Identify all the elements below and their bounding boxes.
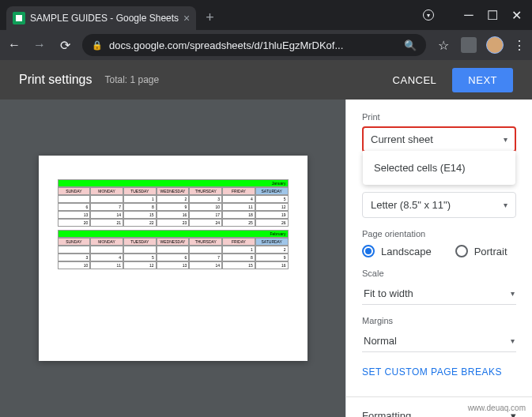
margins-dropdown[interactable]: Normal ▾ bbox=[362, 330, 516, 352]
window-titlebar: SAMPLE GUIDES - Google Sheets × + ─ ☐ ✕ bbox=[0, 0, 532, 30]
print-sidebar: Print Current sheet ▾ Selected cells (E1… bbox=[345, 100, 532, 417]
paper-size-dropdown[interactable]: Letter (8.5" x 11") ▾ bbox=[362, 192, 516, 218]
browser-toolbar: ← → ⟳ 🔒 docs.google.com/spreadsheets/d/1… bbox=[0, 30, 532, 60]
forward-button[interactable]: → bbox=[32, 38, 47, 52]
extension-icon[interactable] bbox=[461, 37, 477, 53]
radio-icon bbox=[362, 245, 375, 257]
profile-avatar[interactable] bbox=[486, 36, 504, 54]
next-button[interactable]: NEXT bbox=[452, 68, 513, 92]
back-button[interactable]: ← bbox=[6, 38, 22, 52]
chevron-down-icon: ▾ bbox=[504, 135, 507, 144]
divider bbox=[346, 396, 532, 397]
browser-tab[interactable]: SAMPLE GUIDES - Google Sheets × bbox=[6, 6, 196, 30]
print-range-dropdown[interactable]: Current sheet ▾ Selected cells (E14) bbox=[362, 126, 516, 152]
sheets-favicon-icon bbox=[13, 12, 25, 24]
scale-label: Scale bbox=[362, 269, 516, 278]
cancel-button[interactable]: CANCEL bbox=[393, 74, 437, 86]
print-preview-area: January SUNDAY MONDAY TUESDAY WEDNESDAY … bbox=[0, 100, 345, 417]
star-bookmark-icon[interactable]: ☆ bbox=[436, 38, 451, 53]
scale-dropdown[interactable]: Fit to width ▾ bbox=[362, 283, 516, 305]
chevron-down-icon: ▾ bbox=[511, 336, 515, 345]
menu-dots-icon[interactable]: ⋮ bbox=[513, 38, 526, 53]
maximize-button[interactable]: ☐ bbox=[488, 10, 497, 20]
cal-month-2: February bbox=[58, 230, 289, 238]
preview-page: January SUNDAY MONDAY TUESDAY WEDNESDAY … bbox=[39, 156, 308, 361]
new-tab-button[interactable]: + bbox=[206, 9, 214, 26]
chevron-down-icon: ▾ bbox=[504, 201, 507, 209]
dd-option-selected-cells[interactable]: Selected cells (E14) bbox=[363, 156, 515, 180]
print-header: Print settings Total: 1 page CANCEL NEXT bbox=[0, 60, 532, 100]
chevron-down-icon: ▾ bbox=[511, 289, 515, 298]
account-indicator-icon[interactable] bbox=[423, 9, 434, 21]
radio-icon bbox=[455, 245, 468, 257]
orientation-portrait-radio[interactable]: Portrait bbox=[455, 245, 507, 257]
minimize-button[interactable]: ─ bbox=[464, 10, 474, 20]
margins-label: Margins bbox=[362, 316, 516, 325]
page-title: Print settings bbox=[19, 73, 92, 87]
address-bar[interactable]: 🔒 docs.google.com/spreadsheets/d/1hluEgz… bbox=[82, 34, 426, 56]
close-window-button[interactable]: ✕ bbox=[511, 10, 521, 20]
watermark: www.deuaq.com bbox=[468, 404, 526, 412]
tab-title: SAMPLE GUIDES - Google Sheets bbox=[30, 13, 179, 24]
print-range-menu: Selected cells (E14) bbox=[363, 151, 515, 185]
orientation-label: Page orientation bbox=[362, 229, 516, 239]
zoom-icon[interactable]: 🔍 bbox=[404, 39, 417, 51]
lock-icon: 🔒 bbox=[92, 40, 103, 51]
reload-button[interactable]: ⟳ bbox=[57, 38, 73, 53]
set-page-breaks-button[interactable]: SET CUSTOM PAGE BREAKS bbox=[362, 363, 516, 381]
url-text: docs.google.com/spreadsheets/d/1hluEgzMr… bbox=[109, 39, 398, 51]
cal-month-1: January bbox=[58, 179, 289, 187]
print-label: Print bbox=[362, 112, 516, 122]
orientation-landscape-radio[interactable]: Landscape bbox=[362, 245, 432, 257]
total-pages: Total: 1 page bbox=[104, 74, 159, 85]
close-tab-icon[interactable]: × bbox=[183, 12, 190, 24]
